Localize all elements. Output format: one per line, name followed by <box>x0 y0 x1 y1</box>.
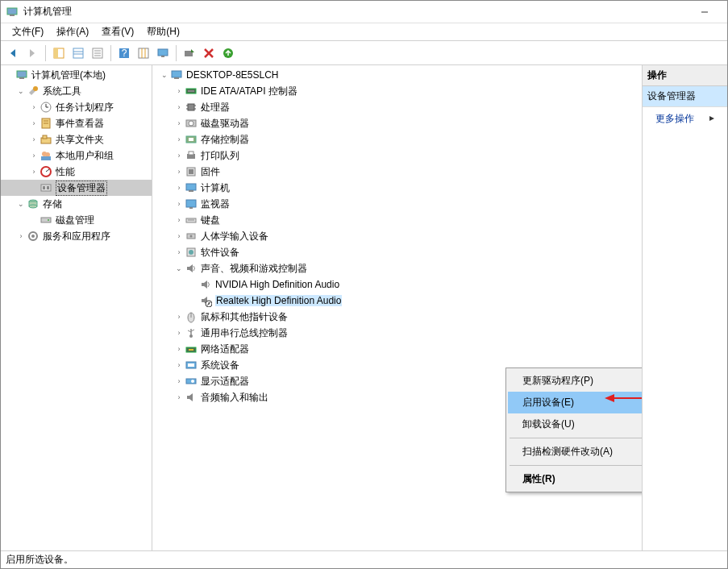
svg-point-57 <box>189 121 193 126</box>
context-menu-item[interactable]: 属性(R) <box>508 468 643 490</box>
context-menu-item[interactable]: 卸载设备(U) <box>508 413 643 435</box>
expander-icon[interactable]: › <box>173 85 185 97</box>
device-item[interactable]: Realtek High Definition Audio <box>152 293 642 309</box>
expander-icon[interactable] <box>4 69 15 81</box>
expander-icon[interactable]: › <box>173 102 185 113</box>
disk-icon <box>40 214 52 226</box>
expander-icon[interactable]: › <box>173 392 185 403</box>
expander-icon[interactable]: › <box>173 231 185 242</box>
device-item[interactable]: ›处理器 <box>152 99 642 115</box>
tree-item-device[interactable]: 设备管理器 <box>1 180 152 196</box>
device-item[interactable]: ›人体学输入设备 <box>152 228 642 244</box>
device-item[interactable]: ›存储控制器 <box>152 131 642 147</box>
expander-icon[interactable]: ⌄ <box>15 85 27 97</box>
tree-item-disk[interactable]: 磁盘管理 <box>1 212 152 228</box>
device-item[interactable]: ›IDE ATA/ATAPI 控制器 <box>152 83 642 99</box>
menu-file[interactable]: 文件(F) <box>6 23 50 40</box>
device-label: 打印队列 <box>201 149 239 163</box>
more-actions-link[interactable]: 更多操作 ▸ <box>643 107 727 131</box>
disable-button[interactable] <box>200 44 218 62</box>
expander-icon[interactable]: ⌄ <box>15 198 27 210</box>
svg-rect-1 <box>10 15 15 16</box>
device-item[interactable]: ›软件设备 <box>152 244 642 260</box>
expander-icon[interactable]: › <box>15 231 27 242</box>
tree-item-tools[interactable]: ⌄系统工具 <box>1 83 152 99</box>
device-item[interactable]: ›磁盘驱动器 <box>152 115 642 131</box>
expander-icon[interactable]: › <box>28 118 40 129</box>
device-item[interactable]: ›计算机 <box>152 180 642 196</box>
expander-icon[interactable]: › <box>28 166 40 177</box>
expander-icon[interactable]: › <box>173 150 185 161</box>
columns-button[interactable] <box>135 44 152 62</box>
scan-hardware-button[interactable] <box>181 44 198 62</box>
tree-item-users[interactable]: ›本地用户和组 <box>1 147 152 164</box>
show-hide-tree-button[interactable] <box>50 44 68 62</box>
properties2-button[interactable] <box>89 44 106 62</box>
device-item[interactable]: ›通用串行总线控制器 <box>152 325 642 341</box>
device-item[interactable]: ⌄声音、视频和游戏控制器 <box>152 260 642 276</box>
expander-icon[interactable]: › <box>28 150 40 161</box>
expander-icon[interactable] <box>188 295 199 306</box>
expander-icon[interactable]: › <box>173 343 185 355</box>
expander-icon[interactable]: › <box>173 311 185 322</box>
enable-button[interactable] <box>219 44 237 62</box>
forward-button[interactable] <box>23 44 41 62</box>
expander-icon[interactable]: › <box>173 247 185 258</box>
expander-icon[interactable]: › <box>28 134 40 145</box>
expander-icon[interactable]: ⌄ <box>159 69 170 81</box>
expander-icon[interactable]: › <box>28 102 40 113</box>
svg-rect-5 <box>73 48 83 58</box>
tree-item-event[interactable]: ›事件查看器 <box>1 115 152 131</box>
device-root[interactable]: ⌄ DESKTOP-8E5SLCH <box>152 67 642 83</box>
toolbar-separator <box>45 45 46 61</box>
expander-icon[interactable]: › <box>173 166 185 177</box>
expander-icon[interactable] <box>28 182 40 193</box>
menu-action[interactable]: 操作(A) <box>50 23 95 40</box>
back-button[interactable] <box>4 44 22 62</box>
expander-icon[interactable] <box>28 214 40 226</box>
expander-icon[interactable]: › <box>173 134 185 145</box>
device-label: IDE ATA/ATAPI 控制器 <box>201 85 297 98</box>
device-item[interactable]: ›固件 <box>152 164 642 180</box>
tree-item-perf[interactable]: ›性能 <box>1 164 152 180</box>
help-button[interactable]: ? <box>115 44 133 62</box>
device-item[interactable]: ›鼠标和其他指针设备 <box>152 309 642 325</box>
context-menu-item[interactable]: 启用设备(E) <box>508 392 643 413</box>
device-icon <box>40 181 52 194</box>
device-label: 监视器 <box>201 197 230 211</box>
tree-item-storage[interactable]: ⌄存储 <box>1 196 152 212</box>
monitor-button[interactable] <box>154 44 172 62</box>
menu-help[interactable]: 帮助(H) <box>140 23 186 40</box>
device-label: 音频输入和输出 <box>201 391 268 405</box>
device-label: 固件 <box>201 165 220 179</box>
device-item[interactable]: ›网络适配器 <box>152 341 642 357</box>
tree-item-task[interactable]: ›任务计划程序 <box>1 99 152 115</box>
context-menu-item[interactable]: 扫描检测硬件改动(A) <box>508 441 643 463</box>
tree-item-share[interactable]: ›共享文件夹 <box>1 131 152 147</box>
expander-icon[interactable]: ⌄ <box>173 263 185 274</box>
tree-item-mgmt[interactable]: 计算机管理(本地) <box>1 67 152 83</box>
expander-icon[interactable]: › <box>173 376 185 387</box>
tools-icon <box>27 85 40 98</box>
device-item[interactable]: ›监视器 <box>152 196 642 212</box>
expander-icon[interactable]: › <box>173 327 185 338</box>
minimize-button[interactable] <box>687 1 722 23</box>
device-item[interactable]: ›打印队列 <box>152 147 642 164</box>
expander-icon[interactable] <box>188 279 199 290</box>
device-tree[interactable]: ⌄ DESKTOP-8E5SLCH ›IDE ATA/ATAPI 控制器›处理器… <box>152 65 643 550</box>
pc-icon <box>185 181 198 194</box>
tree-item-services[interactable]: ›服务和应用程序 <box>1 228 152 244</box>
console-tree[interactable]: 计算机管理(本地)⌄系统工具›任务计划程序›事件查看器›共享文件夹›本地用户和组… <box>1 65 152 550</box>
expander-icon[interactable]: › <box>173 118 185 129</box>
expander-icon[interactable]: › <box>173 198 185 210</box>
context-menu-item[interactable]: 更新驱动程序(P) <box>508 370 643 392</box>
sound-icon <box>199 278 212 291</box>
properties-button[interactable] <box>69 44 87 62</box>
expander-icon[interactable]: › <box>173 359 185 371</box>
menu-view[interactable]: 查看(V) <box>95 23 140 40</box>
device-item[interactable]: ›键盘 <box>152 212 642 228</box>
device-item[interactable]: NVIDIA High Definition Audio <box>152 276 642 293</box>
expander-icon[interactable]: › <box>173 214 185 226</box>
svg-rect-0 <box>7 8 17 15</box>
expander-icon[interactable]: › <box>173 182 185 193</box>
